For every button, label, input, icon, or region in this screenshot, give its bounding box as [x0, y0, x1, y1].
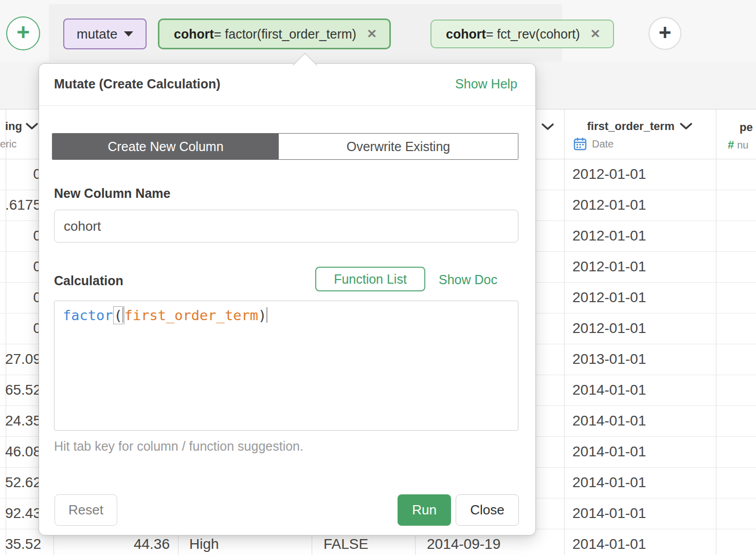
sort-chevron-icon — [541, 123, 554, 131]
plus-icon: + — [16, 21, 30, 44]
table-cell: 2014-01-01 — [564, 375, 716, 405]
table-cell: 2014-01-01 — [564, 498, 716, 529]
add-step-button-right[interactable]: + — [649, 17, 681, 50]
table-cell: 2012-01-01 — [564, 251, 716, 282]
table-cell: 2012-01-01 — [564, 313, 716, 344]
sort-chevron-icon — [679, 122, 693, 131]
mutate-dropdown-label: mutate — [77, 26, 118, 42]
show-help-link[interactable]: Show Help — [455, 77, 517, 91]
column-header-ing[interactable]: ing — [5, 120, 39, 133]
hash-icon: # — [728, 138, 734, 152]
text-cursor — [266, 307, 267, 323]
divider — [39, 105, 535, 106]
tab-overwrite-existing[interactable]: Overwrite Existing — [279, 134, 518, 159]
add-step-button-left[interactable]: + — [6, 16, 40, 50]
close-button[interactable]: Close — [456, 494, 519, 526]
calendar-icon — [573, 137, 587, 151]
caret-down-icon — [124, 31, 133, 36]
new-column-name-input[interactable] — [54, 210, 518, 243]
column-border — [716, 109, 716, 555]
dialog-title: Mutate (Create Calculation) — [54, 77, 221, 91]
calculation-label: Calculation — [54, 273, 123, 288]
remove-step-icon[interactable]: ✕ — [367, 27, 377, 41]
run-button[interactable]: Run — [398, 494, 451, 526]
function-list-button[interactable]: Function List — [315, 267, 425, 291]
code-argument: first_order_term — [124, 307, 258, 323]
calculation-editor[interactable]: factor(first_order_term) — [54, 301, 518, 431]
remove-step-icon[interactable]: ✕ — [590, 27, 600, 41]
app-root: + mutate cohort = factor(first_order_ter… — [0, 0, 756, 555]
new-column-name-label: New Column Name — [54, 186, 170, 201]
table-cell: 2014-01-01 — [564, 529, 716, 555]
show-doc-link[interactable]: Show Doc — [439, 272, 497, 287]
code-function: factor — [63, 307, 113, 323]
column-type-first-order-term: Date — [573, 137, 614, 151]
step-name: cohort — [174, 27, 214, 42]
column-header-hidden[interactable] — [541, 123, 554, 133]
sort-chevron-icon — [25, 122, 39, 131]
step-expression: = factor(first_order_term) — [214, 27, 356, 42]
reset-button[interactable]: Reset — [55, 494, 117, 526]
table-cell: 2012-01-01 — [564, 159, 716, 190]
column-type-pe: # nu — [728, 138, 749, 152]
column-header-pe[interactable]: pe — [740, 121, 753, 134]
table-cell: 2012-01-01 — [564, 282, 716, 313]
table-cell: 2012-01-01 — [564, 190, 716, 220]
plus-icon: + — [659, 22, 672, 43]
table-cell: 2014-01-01 — [564, 436, 716, 467]
tab-create-new-column[interactable]: Create New Column — [52, 134, 279, 159]
column-header-first-order-term[interactable]: first_order_term — [564, 120, 716, 133]
text-cursor — [122, 307, 123, 323]
step-pill-factor[interactable]: cohort = factor(first_order_term) ✕ — [158, 18, 391, 49]
step-expression: = fct_rev(cohort) — [486, 27, 580, 42]
table-cell: 2012-01-01 — [564, 220, 716, 251]
table-cell: 2014-01-01 — [564, 405, 716, 436]
code-close-paren: ) — [258, 307, 266, 323]
column-type-ing: eric — [0, 138, 16, 150]
column-mode-tabs: Create New Column Overwrite Existing — [52, 133, 518, 160]
table-cell: 2014-01-01 — [564, 467, 716, 498]
step-name: cohort — [446, 27, 486, 42]
editor-hint: Hit tab key for column / function sugges… — [54, 439, 303, 454]
code-open-paren: ( — [113, 306, 124, 324]
mutate-dialog: Mutate (Create Calculation) Show Help Cr… — [39, 63, 536, 535]
mutate-dropdown-button[interactable]: mutate — [63, 18, 147, 49]
step-pill-fct-rev[interactable]: cohort = fct_rev(cohort) ✕ — [430, 20, 614, 48]
table-cell: 2013-01-01 — [564, 344, 716, 375]
